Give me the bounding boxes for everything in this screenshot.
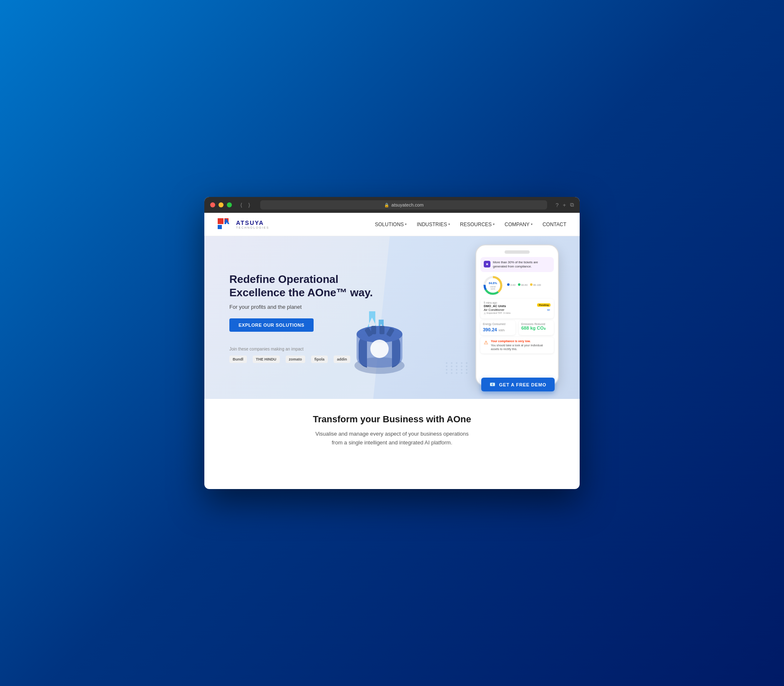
compliance-banner-text: More than 30% of the tickets are generat… xyxy=(493,260,550,269)
energy-unit: kWh xyxy=(499,329,505,332)
chevron-down-icon: ▾ xyxy=(493,222,495,226)
close-button[interactable] xyxy=(210,202,215,207)
forward-button[interactable]: ⟩ xyxy=(246,201,252,209)
minimize-button[interactable] xyxy=(219,202,224,207)
energy-value: 390.24 xyxy=(483,327,497,332)
hero-content: Redefine Operational Excellence the AOne… xyxy=(229,272,379,363)
hero-title: Redefine Operational Excellence the AOne… xyxy=(229,272,379,300)
ticket-tat: ⚠ Expected TAT: 3 mins xyxy=(484,312,510,315)
phone-frame: ★ More than 30% of the tickets are gener… xyxy=(475,245,559,386)
nav-solutions[interactable]: SOLUTIONS ▾ xyxy=(375,222,407,227)
nav-links: SOLUTIONS ▾ INDUSTRIES ▾ RESOURCES ▾ COM… xyxy=(375,222,566,227)
navbar: ATSUYA TECHNOLOGIES SOLUTIONS ▾ INDUSTRI… xyxy=(204,213,580,236)
hero-section: Redefine Operational Excellence the AOne… xyxy=(204,236,580,399)
svg-rect-0 xyxy=(218,218,224,224)
transform-title: Transform your Business with AOne xyxy=(229,414,555,425)
nav-contact[interactable]: CONTACT xyxy=(543,222,566,227)
energy-card: Energy Consumed 390.24 kWh xyxy=(480,320,515,335)
emissions-card: Emissions Reduced 688 kg CO₂ xyxy=(519,320,554,335)
add-tab-button[interactable]: + xyxy=(563,202,566,208)
transform-desc-line2: from a single intelligent and integrated… xyxy=(332,439,452,446)
get-demo-button[interactable]: 📧 GET A FREE DEMO xyxy=(481,378,555,391)
companies-label: Join these companies making an impact xyxy=(229,347,379,351)
nav-company[interactable]: COMPANY ▾ xyxy=(505,222,533,227)
svg-text:score: score xyxy=(490,288,495,290)
nav-company-label: COMPANY xyxy=(505,222,530,227)
logo-icon xyxy=(218,218,233,231)
nav-industries-label: INDUSTRIES xyxy=(417,222,447,227)
brand-name: ATSUYA xyxy=(236,219,269,226)
ticket-title: DMO_AC Units Air Conditioner xyxy=(484,304,510,312)
windows-icon[interactable]: ⧉ xyxy=(570,202,574,208)
nav-contact-label: CONTACT xyxy=(543,222,566,227)
browser-titlebar: ⟨ ⟩ 🔒 atsuyatech.com ? + ⧉ xyxy=(204,197,580,213)
company-logo-addin: addin xyxy=(334,356,350,363)
back-button[interactable]: ⟨ xyxy=(239,201,244,209)
company-logo-fipola: fipola xyxy=(311,356,328,363)
warning-icon: ⚠ xyxy=(484,340,488,346)
emissions-value: 688 kg CO₂ xyxy=(521,325,551,331)
edit-icon: ✏ xyxy=(547,308,550,312)
transform-desc: Visualise and manage every aspect of you… xyxy=(229,430,555,447)
lock-icon: 🔒 xyxy=(384,203,389,207)
compliance-text: Your compliance is very low. You should … xyxy=(491,340,550,351)
phone-notch xyxy=(505,250,530,254)
phone-compliance-banner: ★ More than 30% of the tickets are gener… xyxy=(480,257,554,272)
hero-subtitle: For your profits and the planet xyxy=(229,304,379,310)
address-bar[interactable]: 🔒 atsuyatech.com xyxy=(260,200,547,209)
ticket-card: 5 mins ago DMO_AC Units Air Conditioner … xyxy=(480,299,554,318)
demo-button-label: GET A FREE DEMO xyxy=(499,382,546,387)
transform-section: Transform your Business with AOne Visual… xyxy=(204,399,580,462)
gauge-section: 84.6% overall score 0-60 60-80 80-100 xyxy=(480,275,554,296)
gauge-details: 0-60 60-80 80-100 xyxy=(507,283,541,288)
energy-value-row: 390.24 kWh xyxy=(483,325,513,333)
svg-rect-10 xyxy=(379,326,384,334)
brand-subtitle: TECHNOLOGIES xyxy=(236,226,269,229)
compliance-title: Your compliance is very low. xyxy=(491,340,550,343)
nav-resources-label: RESOURCES xyxy=(460,222,492,227)
chevron-down-icon: ▾ xyxy=(448,222,450,226)
company-logo-bundl: Bundl xyxy=(229,356,247,363)
ticket-info: 5 mins ago DMO_AC Units Air Conditioner … xyxy=(484,301,510,315)
transform-desc-line1: Visualise and manage every aspect of you… xyxy=(315,431,469,437)
logo-text: ATSUYA TECHNOLOGIES xyxy=(236,219,269,229)
explore-solutions-button[interactable]: EXPLORE OUR SOLUTIONS xyxy=(229,318,314,332)
compliance-description: You should take a look at your individua… xyxy=(491,343,550,351)
company-logo-zomato: zomato xyxy=(286,356,306,363)
company-logo-hindu: THE HINDU xyxy=(253,356,280,363)
nav-industries[interactable]: INDUSTRIES ▾ xyxy=(417,222,450,227)
compliance-warning-card: ⚠ Your compliance is very low. You shoul… xyxy=(480,337,554,353)
maximize-button[interactable] xyxy=(227,202,232,207)
svg-marker-4 xyxy=(224,219,229,224)
energy-emissions-row: Energy Consumed 390.24 kWh Emissions Red… xyxy=(480,320,554,335)
companies-section: Join these companies making an impact Bu… xyxy=(229,347,379,363)
ticket-status-badge: Pending xyxy=(537,303,550,307)
svg-rect-2 xyxy=(218,225,222,229)
nav-resources[interactable]: RESOURCES ▾ xyxy=(460,222,495,227)
phone-mockup: ★ More than 30% of the tickets are gener… xyxy=(450,245,559,395)
website-content: ATSUYA TECHNOLOGIES SOLUTIONS ▾ INDUSTRI… xyxy=(204,213,580,489)
company-logos: Bundl THE HINDU zomato fipola addin xyxy=(229,356,379,363)
emissions-label: Emissions Reduced xyxy=(521,323,551,325)
svg-text:84.6%: 84.6% xyxy=(489,282,498,285)
energy-label: Energy Consumed xyxy=(483,323,513,325)
nav-controls: ⟨ ⟩ xyxy=(239,201,252,209)
star-icon: ★ xyxy=(484,261,490,267)
ticket-header: 5 mins ago DMO_AC Units Air Conditioner … xyxy=(484,301,550,315)
ticket-time: 5 mins ago xyxy=(484,301,510,304)
logo[interactable]: ATSUYA TECHNOLOGIES xyxy=(218,218,269,231)
browser-window: ⟨ ⟩ 🔒 atsuyatech.com ? + ⧉ xyxy=(204,197,580,489)
url-text: atsuyatech.com xyxy=(392,202,424,207)
demo-button-icon: 📧 xyxy=(490,382,496,387)
gauge-circle: 84.6% overall score xyxy=(482,275,504,296)
chevron-down-icon: ▾ xyxy=(531,222,533,226)
browser-actions: ? + ⧉ xyxy=(555,202,574,208)
nav-solutions-label: SOLUTIONS xyxy=(375,222,404,227)
question-icon[interactable]: ? xyxy=(555,202,558,208)
chevron-down-icon: ▾ xyxy=(405,222,407,226)
